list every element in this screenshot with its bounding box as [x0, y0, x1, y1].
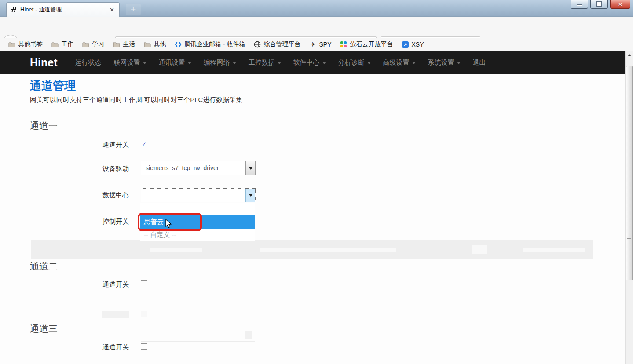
channel2-switch-checkbox[interactable] [141, 280, 147, 287]
nav-item-industrial-data[interactable]: 工控数据 [249, 58, 281, 67]
channel2-switch-label: 通道开关 [102, 280, 129, 289]
ghost-label-artifact [102, 311, 129, 318]
caret-down-icon [249, 167, 253, 170]
bookmark-folder-other-bookmarks[interactable]: 其他书签 [5, 40, 46, 49]
bookmark-label: 生活 [123, 40, 135, 48]
nav-item-logout[interactable]: 退出 [473, 58, 486, 67]
ghost-row-artifact [31, 240, 593, 259]
scrollbar-thumb[interactable] [626, 66, 633, 280]
select-dropdown-button[interactable] [245, 189, 255, 202]
channel3-heading: 通道三 [30, 323, 58, 335]
bookmark-spy[interactable]: ✈ SPY [306, 40, 334, 49]
nav-item-software-center[interactable]: 软件中心 [293, 58, 326, 67]
mouse-cursor [165, 219, 172, 229]
section-divider [0, 278, 625, 278]
browser-window: Hinet - 通道管理 ✕ + ✕ [0, 0, 633, 364]
site-nav-bar: Hinet 运行状态 联网设置 通讯设置 编程网络 工控数据 软件中心 分析诊断… [0, 51, 625, 74]
tab-close-icon[interactable]: ✕ [108, 7, 116, 13]
channel1-datacenter-label: 数据中心 [102, 191, 129, 200]
select-dropdown-button[interactable] [245, 161, 255, 175]
chevron-down-icon [457, 62, 461, 64]
globe-icon [254, 41, 261, 48]
bookmark-label: 综合管理平台 [263, 40, 300, 48]
chevron-down-icon [412, 62, 416, 64]
nav-item-programming-network[interactable]: 编程网络 [204, 58, 236, 67]
nav-item-network-settings[interactable]: 联网设置 [114, 58, 146, 67]
channel1-switch-label: 通道开关 [102, 141, 129, 149]
hinet-logo[interactable]: Hinet [30, 56, 58, 69]
minimize-button[interactable] [571, 0, 588, 9]
scrollbar-up-arrow[interactable] [626, 51, 633, 59]
driver-select-value: siemens_s7_tcp_rw_driver [146, 161, 219, 175]
channel3-switch-label: 通道开关 [102, 343, 129, 352]
page-content: 通道管理 网关可以同时支持三个通道同时工作,即可以同时对三个PLC进行数据采集 … [0, 74, 625, 364]
bookmark-folder-study[interactable]: 学习 [79, 40, 107, 49]
chevron-down-icon [322, 62, 326, 64]
bookmark-folder-work[interactable]: 工作 [48, 40, 77, 49]
restore-icon [596, 2, 602, 7]
bookmark-folder-misc[interactable]: 其他 [141, 40, 169, 49]
titlebar: Hinet - 通道管理 ✕ + ✕ [0, 0, 633, 17]
restore-button[interactable] [590, 0, 608, 9]
check-icon: ✓ [142, 142, 146, 147]
browser-toolbar: 192.168.9.99/cgi-bin/luci/;stok=489fe39e… [0, 17, 633, 38]
folder-icon [82, 41, 89, 48]
bookmark-label: XSY [411, 41, 424, 48]
folder-icon [113, 41, 120, 48]
chevron-down-icon [278, 62, 281, 64]
channel1-heading: 通道一 [30, 120, 58, 132]
folder-icon [51, 41, 59, 48]
page-scrollbar[interactable] [625, 51, 633, 364]
channel1-datacenter-select[interactable] [141, 188, 256, 202]
bookmark-label: 萤石云开放平台 [350, 40, 393, 48]
chevron-down-icon [233, 62, 236, 64]
tencent-mail-icon [175, 41, 182, 48]
page-title: 通道管理 [30, 78, 76, 94]
nav-item-comm-settings[interactable]: 通讯设置 [159, 58, 191, 67]
bookmark-folder-life[interactable]: 生活 [110, 40, 138, 49]
channel1-driver-label: 设备驱动 [102, 165, 129, 173]
channel1-driver-select[interactable]: siemens_s7_tcp_rw_driver [141, 161, 256, 175]
chevron-down-icon [367, 62, 371, 64]
color-grid-icon [340, 41, 347, 48]
ghost-input-artifact [141, 328, 255, 342]
ghost-checkbox-artifact [141, 311, 147, 317]
bookmark-mgmt-platform[interactable]: 综合管理平台 [251, 40, 304, 49]
tab-title: Hinet - 通道管理 [20, 6, 108, 14]
plane-icon: ✈ [309, 41, 316, 48]
bookmark-label: SPY [319, 41, 331, 48]
page-subtitle: 网关可以同时支持三个通道同时工作,即可以同时对三个PLC进行数据采集 [30, 96, 242, 104]
nav-item-analysis-diagnosis[interactable]: 分析诊断 [338, 58, 371, 67]
channel2-heading: 通道二 [30, 260, 58, 273]
channel3-switch-checkbox[interactable] [141, 343, 147, 350]
bookmark-label: 其他 [154, 40, 166, 48]
chevron-down-icon [143, 62, 146, 64]
window-controls: ✕ [571, 0, 630, 9]
close-window-button[interactable]: ✕ [610, 0, 630, 9]
bookmark-label: 腾讯企业邮箱 - 收件箱 [184, 40, 245, 48]
bookmark-xsy[interactable]: ↗ XSY [399, 40, 427, 49]
new-tab-button[interactable]: + [126, 4, 141, 15]
nav-item-run-status[interactable]: 运行状态 [75, 58, 102, 67]
caret-down-icon [249, 194, 253, 197]
blue-arrow-icon: ↗ [402, 41, 409, 48]
channel1-control-label: 控制开关 [102, 218, 129, 226]
close-icon: ✕ [618, 1, 622, 7]
scrollbar-grip [627, 236, 631, 240]
folder-icon [8, 41, 15, 48]
nav-item-system-settings[interactable]: 系统设置 [428, 58, 461, 67]
channel1-switch-checkbox[interactable]: ✓ [141, 141, 147, 147]
folder-icon [144, 41, 151, 48]
minimize-icon [577, 4, 582, 6]
bookmark-tencent-mail[interactable]: 腾讯企业邮箱 - 收件箱 [172, 40, 248, 49]
bookmark-label: 工作 [61, 40, 73, 48]
bookmarks-bar: 其他书签 工作 学习 生活 其他 腾讯企业邮箱 - 收件箱 综合管理平台 ✈ S [0, 38, 633, 51]
bookmark-label: 学习 [92, 40, 104, 48]
nav-item-advanced-settings[interactable]: 高级设置 [383, 58, 416, 67]
hinet-favicon-icon [10, 6, 17, 13]
chevron-down-icon [188, 62, 191, 64]
bookmark-label: 其他书签 [18, 40, 43, 48]
bookmark-ys7-platform[interactable]: 萤石云开放平台 [337, 40, 396, 49]
browser-tab[interactable]: Hinet - 通道管理 ✕ [6, 2, 120, 17]
